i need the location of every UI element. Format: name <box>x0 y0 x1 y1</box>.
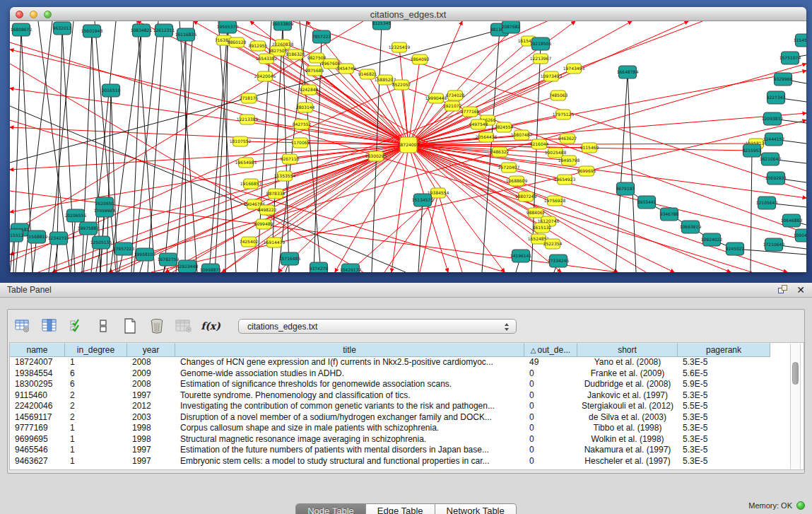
graph-node[interactable]: 9245022 <box>726 243 745 255</box>
graph-node[interactable]: 8215953 <box>743 144 762 157</box>
graph-node[interactable]: 16543382 <box>256 54 278 64</box>
table-cell[interactable]: 19384554 <box>10 368 65 380</box>
table-cell[interactable]: 6 <box>65 368 127 380</box>
graph-node[interactable]: 15751074 <box>779 52 801 64</box>
graph-node[interactable]: 1170065 <box>291 138 310 148</box>
table-cell[interactable]: 49 <box>524 357 577 368</box>
graph-edge[interactable] <box>408 145 806 240</box>
graph-node[interactable]: 19654923 <box>554 175 576 185</box>
graph-node[interactable]: 16648784 <box>617 66 639 78</box>
graph-node[interactable]: 7857223 <box>312 30 331 43</box>
graph-node[interactable]: 18807249 <box>515 192 537 201</box>
graph-node[interactable]: 8860128 <box>228 37 247 47</box>
graph-node[interactable]: 10924022 <box>701 233 723 246</box>
scrollbar-thumb[interactable] <box>792 362 799 385</box>
float-panel-icon[interactable] <box>778 285 788 295</box>
graph-node[interactable]: 8125345 <box>372 21 392 30</box>
graph-node[interactable]: 8427552 <box>293 119 312 129</box>
table-cell[interactable]: 2 <box>65 412 127 424</box>
table-cell[interactable]: 9699695 <box>10 434 65 445</box>
table-cell[interactable]: 5.3E-5 <box>678 456 770 467</box>
graph-node[interactable]: 12444157 <box>763 133 785 146</box>
graph-node[interactable]: 12505135 <box>90 236 112 249</box>
graph-node[interactable]: 9346788 <box>660 208 679 221</box>
table-row[interactable]: 1938455462009Genome-wide association stu… <box>10 368 804 380</box>
table-cell[interactable]: 2 <box>65 401 127 412</box>
graph-node[interactable]: 1615132 <box>533 223 552 233</box>
graph-node[interactable]: 10998871 <box>200 264 222 272</box>
table-cell[interactable]: Hescheler et al. (1997) <box>577 456 678 467</box>
table-cell[interactable]: 2012 <box>127 401 175 412</box>
table-cell[interactable]: 0 <box>524 401 577 412</box>
table-cell[interactable]: 5.3E-5 <box>678 445 770 456</box>
graph-node[interactable]: 9777169 <box>461 107 480 117</box>
table-cell[interactable]: 1 <box>65 434 127 445</box>
graph-node[interactable]: 15692931 <box>765 172 787 185</box>
graph-node[interactable]: 1864093 <box>411 54 430 64</box>
table-cell[interactable]: Corpus callosum shape and size in male p… <box>175 423 524 434</box>
table-cell[interactable]: 0 <box>524 456 577 467</box>
graph-node[interactable]: 8522057 <box>392 80 411 90</box>
graph-node[interactable]: 6216044 <box>530 139 549 149</box>
graph-node[interactable]: 10663619 <box>680 221 702 233</box>
graph-node[interactable]: 16808672 <box>11 23 33 36</box>
table-row[interactable]: 946362711997Embryonic stem cells: a mode… <box>10 456 804 467</box>
graph-node[interactable]: 3824554 <box>495 122 514 132</box>
graph-node[interactable]: 11568819 <box>26 230 48 243</box>
table-cell[interactable]: 2 <box>65 390 127 402</box>
table-cell[interactable]: Estimation of the future numbers of pati… <box>175 445 524 456</box>
table-cell[interactable]: Tourette syndrome. Phenomenology and cla… <box>175 390 524 402</box>
graph-node[interactable]: 9374279 <box>310 262 329 272</box>
graph-node[interactable]: 14196141 <box>510 250 532 262</box>
table-row[interactable]: 969969511998Structural magnetic resonanc… <box>10 434 804 445</box>
graph-node[interactable]: 12342737 <box>48 232 70 245</box>
table-cell[interactable]: 1998 <box>127 423 175 434</box>
network-canvas[interactable]: 1872400771638228860128891295522260838982… <box>10 21 806 272</box>
table-cell[interactable]: 5.5E-5 <box>678 401 770 412</box>
column-header-title[interactable]: title <box>175 343 524 357</box>
function-builder-icon[interactable]: f(x) <box>201 317 220 335</box>
graph-edge[interactable] <box>209 27 228 272</box>
table-cell[interactable]: 18724007 <box>10 357 65 368</box>
table-cell[interactable]: 0 <box>524 412 577 424</box>
table-cell[interactable]: Dudbridge et al. (2008) <box>577 379 678 390</box>
table-cell[interactable]: Wolkin et al. (1998) <box>577 434 678 445</box>
table-cell[interactable]: Disruption of a novel member of a sodium… <box>175 412 524 424</box>
table-cell[interactable]: 1 <box>65 357 127 368</box>
table-cell[interactable]: 2008 <box>127 357 175 368</box>
graph-node[interactable]: 12612311 <box>153 24 175 37</box>
tab-edge-table[interactable]: Edge Table <box>366 503 435 514</box>
graph-node[interactable]: 8878334 <box>266 189 286 199</box>
graph-node[interactable]: 9875685 <box>305 66 324 76</box>
graph-node[interactable]: 2087682 <box>502 21 521 33</box>
tab-network-table[interactable]: Network Table <box>435 503 517 514</box>
graph-edge[interactable] <box>438 193 462 272</box>
graph-edge[interactable] <box>185 35 186 272</box>
graph-node[interactable]: 9115460 <box>580 143 599 153</box>
graph-node[interactable]: 2016510 <box>102 84 121 97</box>
graph-node[interactable]: 19654985 <box>235 158 257 168</box>
graph-edge[interactable] <box>10 145 408 255</box>
graph-node[interactable]: 15601948 <box>81 25 103 37</box>
graph-edge[interactable] <box>10 106 406 272</box>
table-cell[interactable]: 2003 <box>127 412 175 424</box>
graph-node[interactable]: 2620650 <box>95 197 114 210</box>
graph-node[interactable]: 8912955 <box>249 41 268 51</box>
graph-node[interactable]: 19166857 <box>240 179 262 189</box>
column-header-pagerank[interactable]: pagerank <box>678 343 770 357</box>
table-cell[interactable]: 1997 <box>127 445 175 456</box>
window-titlebar[interactable]: citations_edges.txt <box>10 7 806 21</box>
table-cell[interactable]: 1997 <box>127 456 175 467</box>
table-cell[interactable]: 1 <box>65 456 127 467</box>
graph-node[interactable]: 7486322 <box>490 147 510 157</box>
table-cell[interactable]: Structural magnetic resonance image aver… <box>175 434 524 445</box>
graph-node[interactable]: 12923448 <box>177 260 199 272</box>
graph-edge[interactable] <box>408 21 575 145</box>
table-cell[interactable]: 0 <box>524 379 577 390</box>
graph-node[interactable]: 10429137 <box>340 264 362 272</box>
graph-node[interactable]: 6497548 <box>469 119 488 129</box>
stacked-cells-icon[interactable] <box>94 317 112 335</box>
graph-node[interactable]: 17975125 <box>553 110 575 119</box>
column-header-name[interactable]: name <box>10 343 65 357</box>
graph-node[interactable]: 9463627 <box>558 134 577 144</box>
